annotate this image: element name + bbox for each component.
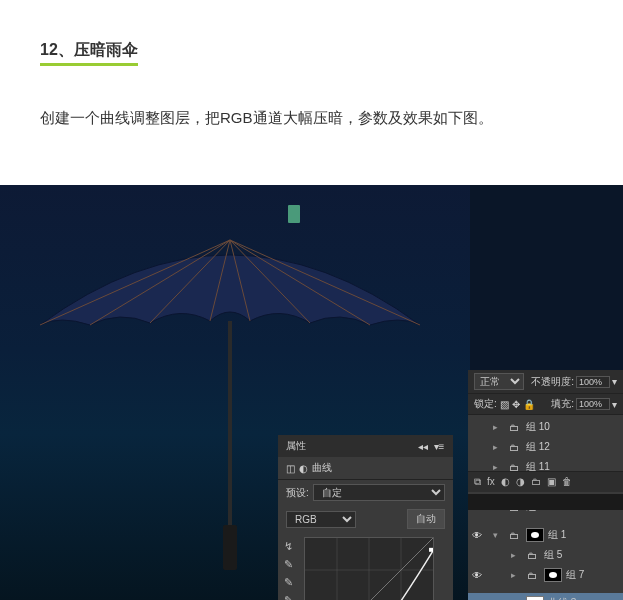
properties-panel: 属性 ◂◂ ▾≡ ◫ ◐ 曲线 预设: 自定 RGB 自动 ↯ ✎ [278,435,453,600]
opacity-input[interactable] [576,376,610,388]
panel-menu-icon[interactable]: ▾≡ [433,440,445,452]
layer-mask-thumb[interactable] [526,596,544,600]
layer-row[interactable]: ▸🗀组 5 [468,545,623,565]
blend-mode-row: 正常 不透明度: ▾ [468,370,623,394]
curve-tool-strip: ↯ ✎ ✎ ✎ ∿ ✐ ⌁ [278,533,298,600]
target-adjust-icon[interactable]: ↯ [278,537,298,555]
layer-mask-thumb[interactable] [526,528,544,542]
adjustment-layer-icon[interactable]: ◑ [516,476,525,488]
layer-row-selected[interactable]: 👁◫曲线 3 [468,593,623,600]
mask-icon[interactable]: ◐ [501,476,510,488]
opacity-label: 不透明度: [531,375,574,389]
black-point-icon[interactable]: ✎ [278,591,298,600]
layer-row[interactable]: 👁▸🗀组 7 [468,565,623,585]
fill-input[interactable] [576,398,610,410]
properties-panel-header[interactable]: 属性 ◂◂ ▾≡ [278,435,453,457]
panel-separator [468,494,623,510]
gray-point-icon[interactable]: ✎ [278,573,298,591]
lock-pixels-icon[interactable]: ▨ [500,399,509,410]
fx-icon[interactable]: fx [487,476,495,488]
lock-label: 锁定: [474,397,497,411]
section-heading: 12、压暗雨伞 [40,40,138,66]
photoshop-workspace: 属性 ◂◂ ▾≡ ◫ ◐ 曲线 预设: 自定 RGB 自动 ↯ ✎ [0,185,623,600]
curves-icon: ◫ [286,463,295,474]
eye-icon[interactable]: 👁 [472,530,484,541]
chevron-down-icon[interactable]: ▾ [612,376,617,387]
collapse-icon[interactable]: ◂◂ [417,440,429,452]
folder-icon: 🗀 [506,528,522,542]
adjustment-type-label: 曲线 [312,461,332,475]
white-point-icon[interactable]: ✎ [278,555,298,573]
chevron-down-icon[interactable]: ▾ [612,399,617,410]
link-layers-icon[interactable]: ⧉ [474,476,481,488]
svg-rect-10 [288,205,300,223]
adjustment-type-row: ◫ ◐ 曲线 [278,457,453,480]
folder-icon: 🗀 [524,568,540,582]
layer-row[interactable]: 👁▾🗀组 1 [468,525,623,545]
channel-select[interactable]: RGB [286,511,356,528]
lock-row: 锁定: ▨ ✥ 🔒 填充: ▾ [468,394,623,415]
curves-graph[interactable] [304,537,434,600]
folder-icon: 🗀 [524,548,540,562]
layer-mask-thumb[interactable] [544,568,562,582]
lock-all-icon[interactable]: 🔒 [523,399,535,410]
trash-icon[interactable]: 🗑 [562,476,572,488]
curves-adjustment-icon: ◫ [506,596,522,600]
folder-icon: 🗀 [506,440,522,454]
section-paragraph: 创建一个曲线调整图层，把RGB通道大幅压暗，参数及效果如下图。 [40,106,583,130]
auto-button[interactable]: 自动 [407,509,445,529]
lock-position-icon[interactable]: ✥ [512,399,520,410]
eye-icon[interactable]: 👁 [472,570,484,581]
mask-mode-icon[interactable]: ◐ [299,463,308,474]
folder-icon: 🗀 [506,420,522,434]
fill-label: 填充: [551,397,574,411]
layer-row[interactable]: ▸🗀组 12 [468,437,623,457]
properties-title: 属性 [286,439,306,453]
layer-row[interactable]: ▸🗀组 10 [468,417,623,437]
svg-rect-9 [223,525,237,570]
blend-mode-select[interactable]: 正常 [474,373,524,390]
layers-panel: 正常 不透明度: ▾ 锁定: ▨ ✥ 🔒 填充: ▾ ▸🗀组 10 ▸🗀组 12… [468,370,623,600]
preset-label: 预设: [286,486,309,500]
new-layer-icon[interactable]: ▣ [547,476,556,488]
preset-select[interactable]: 自定 [313,484,445,501]
layers-panel-footer: ⧉ fx ◐ ◑ 🗀 ▣ 🗑 [468,471,623,492]
group-icon[interactable]: 🗀 [531,476,541,488]
svg-rect-19 [429,548,433,552]
